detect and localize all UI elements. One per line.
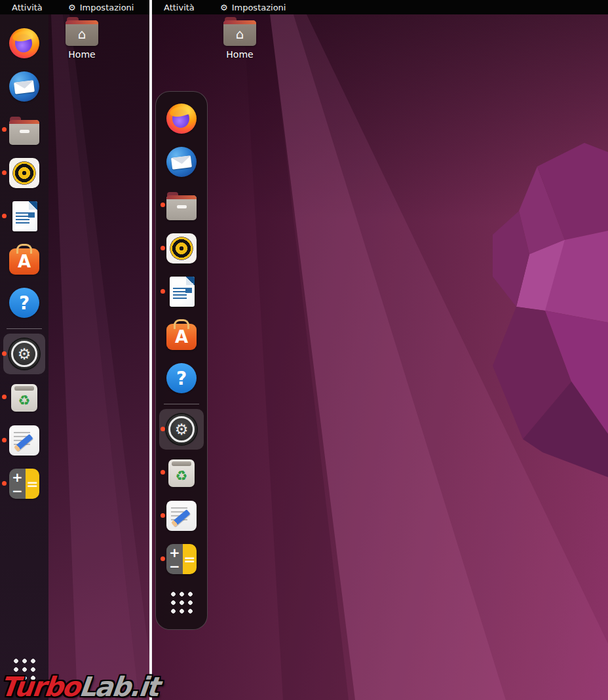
dock-item-text-editor[interactable] (156, 494, 207, 537)
text-editor-icon (166, 501, 197, 531)
thunderbird-icon (9, 71, 39, 102)
dock-item-trash[interactable]: ♻ (156, 451, 207, 494)
home-folder-shortcut[interactable]: ⌂ Home (62, 20, 102, 60)
running-indicator-dot (2, 214, 7, 218)
files-icon (166, 195, 197, 220)
dock-item-calculator[interactable]: +−= (0, 462, 48, 505)
running-indicator-dot (161, 470, 165, 475)
running-indicator-dot (161, 427, 165, 431)
dock-item-files[interactable] (156, 184, 207, 227)
dock-item-trash[interactable]: ♻ (0, 376, 48, 419)
dock-item-help[interactable]: ? (156, 357, 207, 400)
dock-item-firefox[interactable] (156, 97, 207, 140)
dock-item-files[interactable] (0, 108, 48, 151)
firefox-icon (9, 28, 39, 58)
firefox-icon (166, 104, 197, 134)
dock-item-help[interactable]: ? (0, 281, 48, 324)
watermark-lab-text: Lab.it (77, 671, 159, 700)
screenshot-separator (149, 0, 152, 700)
activities-button[interactable]: Attività (164, 3, 195, 12)
running-indicator-dot (161, 556, 165, 561)
home-folder-icon: ⌂ (66, 20, 98, 46)
house-icon: ⌂ (78, 28, 86, 41)
dock-item-thunderbird[interactable] (0, 65, 48, 108)
rhythmbox-icon (9, 158, 39, 188)
help-icon: ? (166, 363, 197, 393)
desktop-wallpaper-right: ⌂ Home A?⚙♻+−= (152, 14, 608, 700)
libreoffice-writer-icon (12, 201, 37, 231)
dock-floating-mode: A?⚙♻+−= (155, 91, 208, 630)
topbar-settings-label: Impostazioni (80, 3, 134, 12)
dock-item-settings[interactable]: ⚙ (156, 408, 207, 451)
running-indicator-dot (161, 513, 165, 518)
dock-item-rhythmbox[interactable] (156, 227, 207, 270)
dock-item-ubuntu-software[interactable]: A (0, 238, 48, 281)
trash-icon: ♻ (11, 384, 37, 412)
screenshot-dock-panel-mode: Attività ⚙ Impostazioni ⌂ Home A?⚙♻+−= (0, 0, 149, 700)
dock-item-calculator[interactable]: +−= (156, 537, 207, 581)
running-indicator-dot (2, 481, 7, 486)
topbar-settings-label: Impostazioni (232, 3, 286, 12)
running-indicator-dot (2, 395, 7, 399)
running-indicator-dot (161, 289, 165, 294)
home-folder-label: Home (68, 49, 95, 60)
home-folder-label: Home (226, 49, 253, 60)
running-indicator-dot (161, 203, 165, 207)
trash-icon: ♻ (168, 459, 195, 487)
house-icon: ⌂ (236, 28, 244, 41)
ubuntu-software-icon: A (9, 248, 39, 275)
settings-icon: ⚙ (9, 339, 39, 369)
gear-icon: ⚙ (220, 3, 228, 12)
running-indicator-dot (161, 246, 165, 250)
show-apps-icon (169, 590, 195, 615)
dock-item-settings[interactable]: ⚙ (0, 332, 48, 376)
calculator-icon: +−= (166, 544, 197, 574)
home-folder-shortcut[interactable]: ⌂ Home (219, 20, 260, 60)
dock-divider (156, 400, 207, 408)
turbolab-watermark: TurboLab.it (0, 671, 160, 700)
watermark-turbo-text: Turbo (0, 671, 81, 700)
help-icon: ? (9, 288, 39, 318)
text-editor-icon (9, 425, 39, 456)
top-bar-left: Attività ⚙ Impostazioni (0, 0, 149, 14)
home-folder-icon: ⌂ (223, 20, 256, 46)
show-apps-button[interactable] (156, 581, 207, 624)
dock-panel-mode: A?⚙♻+−= (0, 14, 48, 700)
dock-item-ubuntu-software[interactable]: A (156, 313, 207, 357)
running-indicator-dot (2, 351, 7, 356)
thunderbird-icon (166, 147, 197, 177)
calculator-icon: +−= (9, 469, 39, 499)
running-indicator-dot (2, 170, 7, 175)
dock-item-text-editor[interactable] (0, 419, 48, 462)
gear-icon: ⚙ (68, 3, 76, 12)
ubuntu-software-icon: A (166, 324, 197, 350)
topbar-focused-app-indicator[interactable]: ⚙ Impostazioni (68, 3, 134, 12)
topbar-focused-app-indicator[interactable]: ⚙ Impostazioni (220, 3, 286, 12)
dock-item-firefox[interactable] (0, 22, 48, 65)
rhythmbox-icon (166, 233, 197, 263)
dock-comparison-canvas: Attività ⚙ Impostazioni ⌂ Home A?⚙♻+−= (0, 0, 608, 700)
running-indicator-dot (2, 438, 7, 442)
top-bar-right: Attività ⚙ Impostazioni (152, 0, 608, 14)
screenshot-dock-floating-mode: Attività ⚙ Impostazioni (152, 0, 608, 700)
activities-button[interactable]: Attività (12, 3, 43, 12)
dock-divider (0, 324, 48, 332)
dock-item-rhythmbox[interactable] (0, 151, 48, 195)
settings-icon: ⚙ (166, 414, 197, 444)
dock-item-libreoffice-writer[interactable] (156, 270, 207, 313)
wallpaper-art-right (152, 14, 608, 700)
running-indicator-dot (2, 127, 7, 132)
dock-item-libreoffice-writer[interactable] (0, 195, 48, 238)
dock-item-thunderbird[interactable] (156, 140, 207, 184)
libreoffice-writer-icon (170, 277, 195, 307)
files-icon (9, 120, 39, 145)
